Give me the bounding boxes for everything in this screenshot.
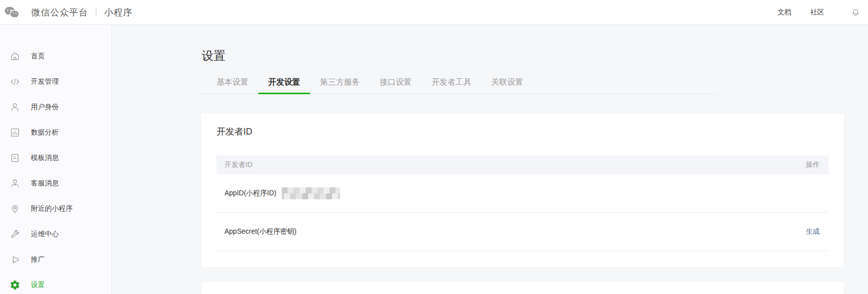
sidebar-item-dev-management[interactable]: 开发管理 [0, 69, 111, 94]
tab-basic-settings[interactable]: 基本设置 [207, 73, 258, 94]
topbar-right: 文档 社区 [759, 7, 861, 17]
developer-id-table: 开发者ID 操作 AppID(小程序ID) AppSecret(小程序密钥) 生… [217, 155, 829, 251]
column-header-developer-id: 开发者ID [224, 160, 252, 169]
bar-chart-icon [9, 127, 21, 139]
tab-developer-tools[interactable]: 开发者工具 [422, 73, 481, 94]
sidebar-item-customer-service[interactable]: 客服消息 [0, 170, 111, 196]
notification-bell-icon[interactable] [851, 7, 860, 17]
gear-icon [9, 279, 21, 291]
developer-id-section-title: 开发者ID [217, 126, 829, 138]
sidebar-item-nearby-miniprograms[interactable]: 附近的小程序 [0, 196, 111, 221]
sidebar-item-home[interactable]: 首页 [0, 43, 111, 69]
page-body: 首页 开发管理 用户身份 [0, 25, 868, 294]
sidebar-item-settings[interactable]: 设置 [0, 272, 111, 294]
sidebar-item-template-message[interactable]: 模板消息 [0, 145, 111, 170]
sidebar-item-ops-center[interactable]: 运维中心 [0, 221, 111, 247]
next-section-card [202, 282, 844, 294]
sidebar-item-user-identity[interactable]: 用户身份 [0, 94, 111, 120]
sidebar-nav: 首页 开发管理 用户身份 [0, 25, 112, 294]
code-icon [9, 76, 21, 88]
developer-id-card: 开发者ID 开发者ID 操作 AppID(小程序ID) AppSecret(小程… [202, 114, 844, 267]
product-name: 小程序 [104, 6, 132, 18]
table-row-appsecret: AppSecret(小程序密钥) 生成 [217, 213, 829, 251]
user-icon [9, 101, 21, 113]
brand-name: 微信公众平台 [31, 6, 88, 18]
tab-interface-settings[interactable]: 接口设置 [370, 73, 422, 94]
docs-link[interactable]: 文档 [777, 8, 791, 17]
tab-third-party-services[interactable]: 第三方服务 [310, 73, 370, 94]
home-icon [9, 50, 21, 62]
tab-related-settings[interactable]: 关联设置 [481, 73, 533, 94]
app-title: 微信公众平台 | 小程序 [31, 6, 132, 18]
megaphone-icon [9, 254, 21, 266]
column-header-action: 操作 [806, 160, 820, 169]
community-link[interactable]: 社区 [810, 8, 824, 17]
wechat-logo-icon[interactable] [4, 6, 20, 19]
appid-label: AppID(小程序ID) [224, 189, 281, 198]
appid-masked-value [282, 187, 340, 199]
table-header-row: 开发者ID 操作 [217, 155, 829, 174]
table-row-appid: AppID(小程序ID) [217, 174, 829, 213]
title-separator: | [95, 8, 97, 17]
appsecret-label: AppSecret(小程序密钥) [224, 227, 297, 236]
sidebar-item-data-analysis[interactable]: 数据分析 [0, 120, 111, 145]
template-message-icon [9, 152, 21, 164]
wrench-icon [9, 228, 21, 240]
page-title: 设置 [202, 47, 844, 64]
generate-appsecret-link[interactable]: 生成 [806, 227, 820, 236]
settings-tab-bar: 基本设置 开发设置 第三方服务 接口设置 开发者工具 关联设置 [202, 73, 717, 94]
top-bar: 微信公众平台 | 小程序 文档 社区 [0, 0, 868, 25]
location-pin-icon [9, 203, 21, 215]
sidebar-item-promotion[interactable]: 推广 [0, 247, 111, 272]
customer-service-icon [9, 177, 21, 189]
main-content: 设置 基本设置 开发设置 第三方服务 接口设置 开发者工具 关联设置 开发者ID… [112, 25, 868, 294]
tab-development-settings[interactable]: 开发设置 [258, 73, 310, 94]
